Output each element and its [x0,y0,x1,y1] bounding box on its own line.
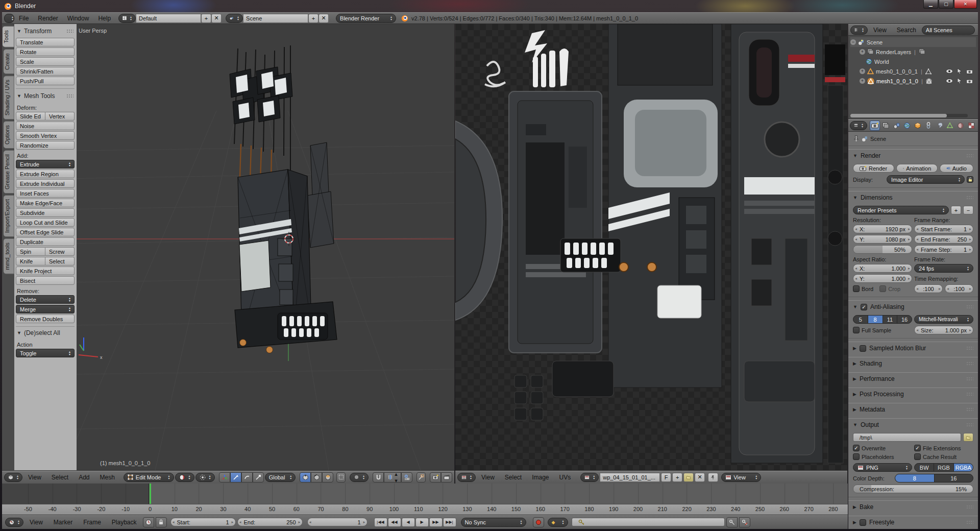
subdivide-button[interactable]: Subdivide [16,208,75,217]
start-frame-field[interactable]: Start Frame:1 [914,225,973,233]
keying-set-dropdown[interactable]: ◆▴▾ [548,518,568,527]
aa-size-field[interactable]: Size:1.000 px [914,326,973,334]
delete-keyframe-button[interactable] [739,517,750,527]
renderability-camera-icon[interactable] [966,79,973,84]
render-border-button[interactable] [416,472,426,482]
vertex-select-toggle[interactable] [300,472,311,482]
snap-target-button[interactable] [401,472,412,482]
push-pull-button[interactable]: Push/Pull [16,77,75,85]
delete-dropdown[interactable]: Delete▴▾ [16,295,75,304]
aa-samples-5[interactable]: 5 [853,316,868,323]
current-frame-field[interactable]: 1 [307,518,368,526]
loop-cut-button[interactable]: Loop Cut and Slide [16,218,75,227]
tab-options[interactable]: Options [4,121,14,149]
outliner-row-scene[interactable]: − Scene [850,37,976,47]
scene-icon-button[interactable]: ▴▾ [226,14,243,23]
slide-edge-button[interactable]: Slide Ed [16,112,45,120]
lock-time-button[interactable] [156,517,167,527]
menu-file[interactable]: File [14,15,33,22]
selectability-cursor-icon[interactable] [957,68,962,74]
tab-constraints[interactable] [923,120,934,131]
rotate-button[interactable]: Rotate [16,47,75,56]
play-button[interactable]: ▶ [415,518,429,527]
expand-icon[interactable]: + [860,78,865,84]
file-extensions-checkbox[interactable] [914,445,921,451]
color-mode-segment[interactable]: BW RGB RGBA [914,463,973,472]
current-frame-indicator[interactable] [150,484,151,504]
viewport-3d[interactable]: x User Persp (1) mesh1_0_0_1_0 Tools Cre… [2,24,455,484]
properties-editor[interactable]: ▴▾ Scene ▼Render [848,119,978,529]
resolution-x-field[interactable]: X:1920 px [853,225,912,233]
expand-icon[interactable]: + [860,68,865,74]
aa-filter-dropdown[interactable]: Mitchell-Netravali▴▾ [914,315,973,324]
panel-drag-dots[interactable] [66,29,74,33]
menu-render[interactable]: Render [33,15,62,22]
time-remap-old-field[interactable]: :100 [914,284,943,293]
aa-samples-segment[interactable]: 5 8 11 16 [853,315,912,324]
compression-slider[interactable]: Compression:15% [853,485,973,493]
visibility-eye-icon[interactable] [946,69,953,74]
timeline-menu-playback[interactable]: Playback [107,519,141,526]
panel-drag-dots[interactable] [966,520,973,524]
uv-menu-view[interactable]: View [477,474,499,481]
panel-drag-dots[interactable] [966,196,973,200]
tab-tools[interactable]: Tools [3,26,14,47]
outliner-row-world[interactable]: World [850,57,976,66]
outliner-hscrollbar[interactable] [850,114,968,117]
tab-scene[interactable] [891,120,901,131]
outliner-menu-search[interactable]: Search [892,27,921,34]
tab-shading-uvs[interactable]: Shading / UVs [4,76,14,119]
knife-select-button[interactable]: Select [45,257,75,266]
aspect-x-field[interactable]: X:1.000 [853,264,912,273]
fake-user-button[interactable]: F [661,473,671,482]
tab-texture[interactable] [966,120,976,131]
sync-mode-dropdown[interactable]: No Sync▴▾ [461,518,526,527]
motion-blur-checkbox[interactable] [860,345,866,352]
border-checkbox[interactable] [853,285,860,292]
noise-button[interactable]: Noise [16,122,75,130]
timeline[interactable]: -50-40-30-20-100102030405060708090100110… [2,484,848,529]
image-name-field[interactable]: wp_04_15_01_01_... [600,473,660,482]
add-scene-button[interactable]: + [308,14,318,23]
tab-world[interactable] [902,120,912,131]
aspect-y-field[interactable]: Y:1.000 [853,274,912,283]
tab-modifiers[interactable] [934,120,944,131]
crop-checkbox[interactable] [879,285,886,292]
panel-transform-header[interactable]: ▼Transform [16,25,75,37]
close-button[interactable]: ✕ [954,0,977,9]
new-image-button[interactable]: + [672,473,682,482]
outliner-row-mesh1-active[interactable]: + mesh1_0_0_1_0 | [850,76,976,86]
tab-import-export[interactable]: Import/Export [4,195,14,237]
expand-icon[interactable]: + [860,49,865,55]
pivot-dropdown[interactable]: ▴▾ [195,473,215,482]
action-toggle-dropdown[interactable]: Toggle▴▾ [16,349,75,357]
outliner-row-renderlayers[interactable]: + RenderLayers | [850,47,976,57]
panel-mesh-tools-header[interactable]: ▼Mesh Tools [16,90,75,102]
timeline-body[interactable] [2,484,848,504]
aa-samples-8[interactable]: 8 [868,316,883,323]
render-engine-select[interactable]: Blender Render▴▾ [336,14,396,23]
pin-image-button[interactable] [708,473,718,482]
panel-drag-dots[interactable] [966,505,973,509]
resolution-percentage-slider[interactable]: 50% [853,245,912,254]
audio-button[interactable]: Audio [940,164,973,173]
panel-antialiasing-header[interactable]: ▼Anti-Aliasing [848,300,978,312]
antialiasing-checkbox[interactable] [861,304,867,310]
tab-create[interactable]: Create [4,49,14,74]
viewport-menu-view[interactable]: View [23,474,46,481]
play-reverse-button[interactable]: ◀ [402,518,415,527]
manipulator-toggle[interactable] [219,472,230,482]
file-format-dropdown[interactable]: PNG▴▾ [853,463,912,472]
display-lock-button[interactable] [967,176,973,183]
delete-layout-button[interactable]: ✕ [211,14,222,23]
uv-menu-uvs[interactable]: UVs [555,474,576,481]
full-sample-checkbox[interactable] [853,327,860,333]
panel-output-header[interactable]: ▼Output [848,418,978,430]
previous-keyframe-button[interactable]: ◀◀ [388,518,401,527]
panel-drag-dots[interactable] [966,346,973,350]
snap-toggle[interactable] [373,472,384,482]
frame-rate-dropdown[interactable]: 24 fps▴▾ [914,264,973,273]
mode-dropdown[interactable]: Edit Mode▴▾ [124,473,174,482]
renderability-camera-icon[interactable] [966,69,973,74]
manipulator-rotate-toggle[interactable] [241,472,253,482]
